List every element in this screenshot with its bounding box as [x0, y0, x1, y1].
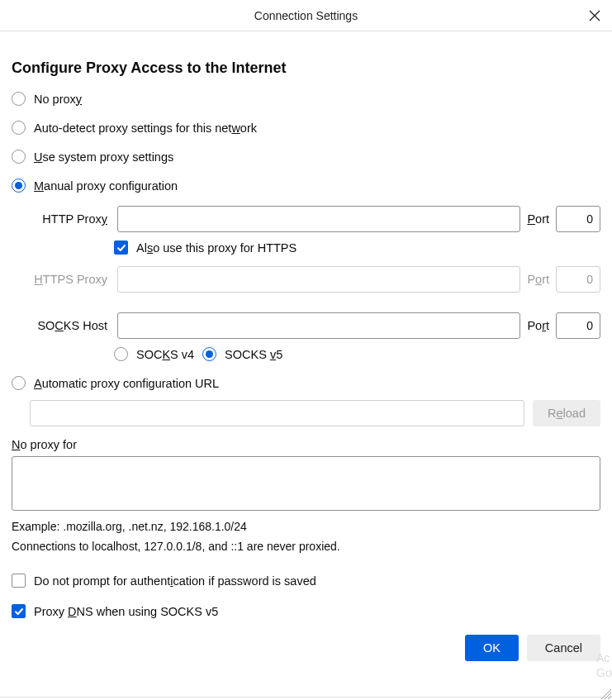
radio-system-label: Use system proxy settings	[34, 150, 173, 164]
radio-no-proxy-label: No proxy	[34, 93, 82, 106]
radio-socks4[interactable]	[114, 347, 128, 361]
http-proxy-label: HTTP Proxy	[30, 212, 111, 226]
socks-port-input[interactable]	[556, 312, 600, 339]
resize-grip[interactable]	[600, 688, 612, 700]
pac-row: Reload	[12, 400, 600, 426]
pac-url-input	[30, 400, 524, 426]
titlebar: Connection Settings	[0, 0, 612, 31]
proxy-dns-label: Proxy DNS when using SOCKS v5	[34, 605, 218, 618]
no-prompt-row[interactable]: Do not prompt for authentication if pass…	[12, 574, 600, 588]
radio-autodetect-label: Auto-detect proxy settings for this netw…	[34, 121, 257, 135]
also-https-row[interactable]: Also use this proxy for HTTPS	[30, 240, 600, 255]
no-proxy-for-textarea[interactable]	[12, 456, 600, 511]
http-proxy-input[interactable]	[117, 206, 520, 232]
http-port-input[interactable]	[556, 206, 600, 232]
ok-button[interactable]: OK	[465, 635, 519, 661]
radio-autodetect-row[interactable]: Auto-detect proxy settings for this netw…	[12, 121, 600, 135]
radio-socks5[interactable]	[202, 347, 216, 361]
cancel-button[interactable]: Cancel	[527, 635, 600, 661]
no-proxy-example: Example: .mozilla.org, .net.nz, 192.168.…	[12, 518, 600, 536]
no-proxy-note: Connections to localhost, 127.0.0.1/8, a…	[12, 538, 600, 556]
radio-autodetect[interactable]	[12, 121, 26, 135]
watermark-line2: Go	[596, 666, 612, 680]
radio-socks4-label: SOCKS v4	[136, 348, 194, 361]
radio-pac-row[interactable]: Automatic proxy configuration URL	[12, 376, 600, 390]
radio-no-proxy-row[interactable]: No proxy	[12, 92, 600, 106]
resize-grip-icon	[600, 688, 612, 700]
also-https-checkbox[interactable]	[114, 240, 128, 255]
dialog-title: Connection Settings	[254, 9, 358, 22]
reload-button: Reload	[533, 400, 600, 426]
no-prompt-checkbox[interactable]	[12, 574, 26, 588]
radio-system-row[interactable]: Use system proxy settings	[12, 150, 600, 164]
radio-manual-label: Manual proxy configuration	[34, 179, 178, 193]
https-proxy-input	[117, 266, 520, 293]
https-proxy-row: HTTPS Proxy Port	[30, 266, 600, 293]
button-bar: OK Cancel	[12, 635, 600, 661]
proxy-dns-row[interactable]: Proxy DNS when using SOCKS v5	[12, 604, 600, 618]
manual-config-block: HTTP Proxy Port Also use this proxy for …	[12, 206, 600, 361]
socks-host-label: SOCKS Host	[30, 319, 111, 332]
no-proxy-for-label: No proxy for	[12, 438, 600, 451]
proxy-dns-checkbox[interactable]	[12, 604, 26, 618]
also-https-label: Also use this proxy for HTTPS	[136, 241, 297, 255]
socks-version-group: SOCKS v4 SOCKS v5	[30, 347, 600, 361]
socks-host-row: SOCKS Host Port	[30, 312, 600, 339]
radio-no-proxy[interactable]	[12, 92, 26, 106]
radio-pac[interactable]	[12, 376, 26, 390]
radio-manual-row[interactable]: Manual proxy configuration	[12, 179, 600, 193]
section-heading: Configure Proxy Access to the Internet	[12, 60, 600, 77]
https-port-input	[556, 266, 600, 293]
http-port-label: Port	[527, 212, 549, 226]
bottom-separator	[0, 697, 612, 698]
dialog-content: Configure Proxy Access to the Internet N…	[0, 31, 612, 661]
http-proxy-row: HTTP Proxy Port	[30, 206, 600, 232]
check-icon	[116, 243, 126, 253]
https-port-label: Port	[527, 273, 549, 286]
radio-socks5-label: SOCKS v5	[225, 348, 282, 361]
socks-host-input[interactable]	[117, 312, 520, 339]
radio-system[interactable]	[12, 150, 26, 164]
socks-port-label: Port	[527, 319, 549, 332]
https-proxy-label: HTTPS Proxy	[30, 273, 111, 286]
close-icon	[589, 10, 600, 21]
check-icon	[14, 607, 24, 617]
no-prompt-label: Do not prompt for authentication if pass…	[34, 574, 316, 588]
radio-manual[interactable]	[12, 179, 26, 193]
radio-pac-label: Automatic proxy configuration URL	[34, 377, 219, 390]
close-button[interactable]	[587, 8, 602, 23]
